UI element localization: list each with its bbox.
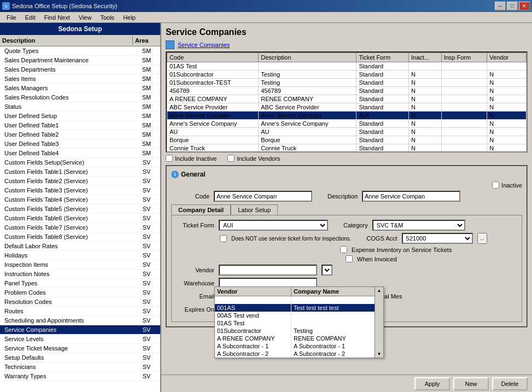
code-input[interactable]: [214, 191, 312, 202]
sidebar-item-25[interactable]: Panel Types SV: [0, 279, 160, 288]
include-inactive-label[interactable]: Include Inactive: [166, 155, 217, 162]
sidebar-item-32[interactable]: Service Ticket Message SV: [0, 344, 160, 353]
table-row[interactable]: 01AS Test Standard: [167, 62, 527, 71]
sidebar-item-28[interactable]: Routes SV: [0, 307, 160, 316]
cell-code: 01Subcontractor-TEST: [167, 79, 259, 87]
table-row[interactable]: A RENEE COMPANY RENEE COMPANY Standard N…: [167, 95, 527, 103]
cell-ticket: Standard: [356, 144, 409, 153]
cogs-browse-button[interactable]: ...: [477, 233, 487, 244]
sidebar-item-31[interactable]: Service Levels SV: [0, 335, 160, 344]
vendor-dropdown-btn[interactable]: [321, 265, 332, 276]
menu-help[interactable]: Help: [119, 13, 140, 22]
sidebar-item-34[interactable]: Technicians SV: [0, 362, 160, 372]
cell-desc: CONV: [259, 153, 356, 153]
sidebar-item-9[interactable]: User Defined Table2 SM: [0, 130, 160, 139]
dropdown-row-01as-test[interactable]: 01AS Test: [215, 319, 383, 327]
vendor-input[interactable]: [219, 265, 317, 276]
sidebar-item-8[interactable]: User Defined Table1 SM: [0, 121, 160, 130]
sidebar-item-2[interactable]: Sales Departments SM: [0, 65, 160, 74]
filter-checkboxes: Include Inactive Include Vendors: [166, 155, 528, 162]
sidebar-item-26[interactable]: Problem Codes SV: [0, 288, 160, 297]
sidebar-item-0[interactable]: Quote Types SM: [0, 46, 160, 56]
table-row[interactable]: 01Subcontractor-TEST Testing Standard N …: [167, 79, 527, 87]
menu-edit[interactable]: Edit: [21, 13, 40, 22]
dropdown-row-00as[interactable]: 00AS Test vend: [215, 312, 383, 319]
menu-tools[interactable]: Tools: [96, 13, 119, 22]
table-row[interactable]: ABC Service Provider ABC Service Provide…: [167, 103, 527, 112]
tab-company-detail[interactable]: Company Detail: [171, 204, 231, 215]
section-link[interactable]: Service Companies: [178, 42, 230, 48]
table-row[interactable]: Connie Truck Connie Truck Standard N N: [167, 144, 527, 153]
sidebar-list[interactable]: Quote Types SM Sales Department Maintena…: [0, 46, 160, 392]
cogs-acct-select[interactable]: 521000: [402, 233, 473, 244]
delete-button[interactable]: Delete: [492, 377, 528, 390]
table-row[interactable]: 01Subcontractor Testing Standard N N: [167, 71, 527, 79]
sidebar-item-17[interactable]: Custom Fields Table5 (Service) SV: [0, 204, 160, 214]
sidebar-item-35[interactable]: Warranty Types SV: [0, 372, 160, 381]
menu-find-next[interactable]: Find Next: [40, 13, 74, 22]
dropdown-row-asub1[interactable]: A Subcontractor - 1 A Subcontractor - 1: [215, 342, 383, 350]
sidebar-item-12[interactable]: Custom Fields Setup(Service) SV: [0, 158, 160, 167]
include-vendors-checkbox[interactable]: [227, 155, 235, 162]
sidebar-item-27[interactable]: Resolution Codes SV: [0, 297, 160, 307]
dropdown-scrollbar[interactable]: ▲ ▼: [375, 287, 383, 358]
inactive-checkbox[interactable]: [492, 182, 499, 189]
sidebar-item-29[interactable]: Scheduling and Appointments SV: [0, 316, 160, 325]
table-row[interactable]: Borque Borque Standard N N: [167, 136, 527, 144]
new-button[interactable]: New: [453, 377, 489, 390]
sidebar-item-30[interactable]: Service Companies SV: [0, 325, 160, 335]
ticket-form-select[interactable]: AUI Standard: [219, 220, 328, 231]
expense-inventory-checkbox[interactable]: [340, 246, 347, 253]
apply-button[interactable]: Apply: [414, 377, 450, 390]
sidebar-item-19[interactable]: Custom Fields Table7 (Service) SV: [0, 223, 160, 232]
sidebar-item-33[interactable]: Setup Defaults SV: [0, 353, 160, 362]
sidebar-item-14[interactable]: Custom Fields Table2 (Service) SV: [0, 177, 160, 186]
description-input[interactable]: [362, 191, 460, 202]
sidebar-item-15[interactable]: Custom Fields Table3 (Service) SV: [0, 186, 160, 195]
service-companies-table-container[interactable]: Code Description Ticket Form Inact... In…: [166, 51, 528, 153]
include-inactive-checkbox[interactable]: [166, 155, 173, 162]
cell-ticket: Standard: [356, 79, 409, 87]
dropdown-row-001as[interactable]: 001AS Test test test test: [215, 304, 383, 312]
tab-labor-setup[interactable]: Labor Setup: [231, 204, 278, 215]
sidebar-item-11[interactable]: User Defined Table4 SM: [0, 149, 160, 158]
vendor-dropdown[interactable]: Vendor Company Name 001AS Test test test…: [214, 286, 384, 358]
sidebar-item-21[interactable]: Default Labor Rates SV: [0, 242, 160, 251]
maximize-button[interactable]: □: [507, 2, 518, 10]
when-invoiced-row: When Invoiced: [346, 255, 517, 262]
sidebar-item-3[interactable]: Sales Items SM: [0, 74, 160, 84]
does-not-use-checkbox[interactable]: [220, 235, 227, 242]
table-row[interactable]: 456789 456789 Standard N N: [167, 87, 527, 95]
sidebar-item-4[interactable]: Sales Managers SM: [0, 84, 160, 93]
minimize-button[interactable]: ─: [495, 2, 506, 10]
table-row[interactable]: AU AU Standard N N: [167, 128, 527, 136]
sidebar-item-23[interactable]: Inspection Items SV: [0, 260, 160, 270]
sidebar-item-1[interactable]: Sales Department Maintenance SM: [0, 56, 160, 65]
dropdown-row-blank[interactable]: [215, 296, 383, 304]
general-title: General: [181, 171, 206, 178]
include-vendors-label[interactable]: Include Vendors: [227, 155, 280, 162]
when-invoiced-checkbox[interactable]: [346, 255, 353, 262]
table-row[interactable]: Anne's Service Company Anne's Service Co…: [167, 120, 527, 128]
dropdown-row-01sub[interactable]: 01Subcontractor Testing: [215, 327, 383, 335]
sidebar-item-13[interactable]: Custom Fields Table1 (Service) SV: [0, 167, 160, 177]
sidebar-item-22[interactable]: Holidays SV: [0, 251, 160, 260]
sidebar-item-area-16: SV: [133, 196, 160, 203]
close-button[interactable]: ✕: [519, 2, 530, 10]
sidebar-item-18[interactable]: Custom Fields Table6 (Service) SV: [0, 214, 160, 223]
sidebar-item-10[interactable]: User Defined Table3 SM: [0, 139, 160, 149]
sidebar-item-5[interactable]: Sales Resolution Codes SM: [0, 93, 160, 102]
menu-view[interactable]: View: [74, 13, 96, 22]
dropdown-row-asub2[interactable]: A Subcontractor - 2 A Subcontractor - 2: [215, 350, 383, 358]
sidebar-item-6[interactable]: Status SM: [0, 102, 160, 112]
category-select[interactable]: SVC T&M: [372, 220, 465, 231]
dropdown-row-arenee[interactable]: A RENEE COMPANY RENEE COMPANY: [215, 335, 383, 342]
sidebar-item-20[interactable]: Custom Fields Table8 (Service) SV: [0, 232, 160, 242]
sidebar-header: Sedona Setup: [0, 23, 160, 35]
sidebar-item-24[interactable]: Instruction Notes SV: [0, 270, 160, 279]
table-row[interactable]: Anne Service Compan Anne Service Compan …: [167, 112, 527, 120]
sidebar-item-16[interactable]: Custom Fields Table4 (Service) SV: [0, 195, 160, 204]
table-row[interactable]: CONV CONV Standard N N: [167, 153, 527, 153]
sidebar-item-7[interactable]: User Defined Setup SM: [0, 112, 160, 121]
menu-file[interactable]: File: [2, 13, 21, 22]
